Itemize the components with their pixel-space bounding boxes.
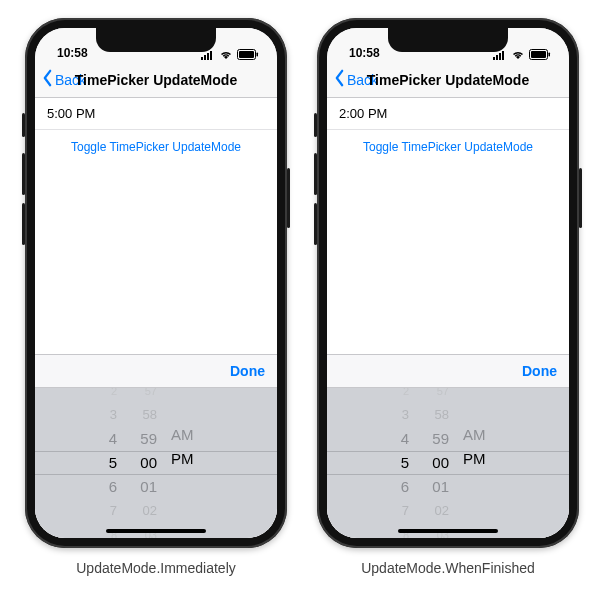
picker-item[interactable]: 3 [381,403,409,427]
svg-rect-0 [201,57,203,60]
svg-rect-6 [257,53,259,57]
svg-rect-9 [499,53,501,60]
picker-item[interactable]: PM [171,447,203,471]
picker-item[interactable]: AM [463,423,495,447]
done-button[interactable]: Done [522,363,557,379]
picker-item[interactable]: 5 [89,451,117,475]
picker-toolbar: Done [327,354,569,388]
picker-item[interactable]: AM [171,423,203,447]
notch [388,28,508,52]
chevron-left-icon [41,69,54,90]
battery-icon [237,49,259,60]
nav-bar: Back TimePicker UpdateMode [35,62,277,98]
picker-item[interactable]: 3 [89,403,117,427]
picker-item[interactable]: 57 [421,388,449,403]
picker-item[interactable] [463,471,495,493]
time-picker-field[interactable]: 2:00 PM [327,98,569,130]
notch [96,28,216,52]
svg-rect-3 [210,51,212,60]
home-indicator[interactable] [398,529,498,533]
svg-rect-10 [502,51,504,60]
picker-item[interactable]: PM [463,447,495,471]
page-title: TimePicker UpdateMode [367,72,529,88]
picker-item[interactable]: 6 [89,475,117,499]
picker-hour-column[interactable]: 2 3 4 5 6 7 8 [89,388,117,538]
picker-item[interactable]: 6 [381,475,409,499]
picker-item[interactable]: 4 [381,427,409,451]
picker-item[interactable]: 2 [381,388,409,403]
caption-left: UpdateMode.Immediately [76,560,236,576]
picker-item[interactable]: 4 [89,427,117,451]
time-picker-wheel[interactable]: 2 3 4 5 6 7 8 57 58 59 00 [327,388,569,538]
time-picker-wheel[interactable]: 2 3 4 5 6 7 8 57 58 59 00 [35,388,277,538]
picker-item[interactable]: 2 [89,388,117,403]
battery-icon [529,49,551,60]
picker-minute-column[interactable]: 57 58 59 00 01 02 03 [421,388,449,538]
nav-bar: Back TimePicker UpdateMode [327,62,569,98]
svg-rect-5 [239,51,254,58]
picker-item[interactable] [463,494,495,516]
picker-item[interactable] [171,516,203,538]
picker-item[interactable]: 01 [129,475,157,499]
time-picker-field[interactable]: 5:00 PM [35,98,277,130]
toggle-updatemode-button[interactable]: Toggle TimePicker UpdateMode [327,130,569,164]
picker-item[interactable] [171,471,203,493]
picker-item[interactable]: 7 [381,499,409,523]
svg-rect-2 [207,53,209,60]
picker-ampm-column[interactable]: AM PM [463,388,495,538]
picker-item[interactable] [463,401,495,423]
chevron-left-icon [333,69,346,90]
status-time: 10:58 [57,46,88,60]
picker-item[interactable] [463,516,495,538]
picker-item[interactable]: 5 [381,451,409,475]
picker-item[interactable]: 58 [421,403,449,427]
svg-rect-7 [493,57,495,60]
picker-item[interactable]: 59 [129,427,157,451]
picker-hour-column[interactable]: 2 3 4 5 6 7 8 [381,388,409,538]
picker-item[interactable]: 00 [421,451,449,475]
picker-toolbar: Done [35,354,277,388]
wifi-icon [219,50,233,60]
phone-frame-right: 10:58 Back TimePicker UpdateMode 2:0 [317,18,579,548]
caption-right: UpdateMode.WhenFinished [361,560,535,576]
picker-item[interactable]: 59 [421,427,449,451]
picker-item[interactable]: 7 [89,499,117,523]
picker-item[interactable]: 02 [129,499,157,523]
picker-item[interactable]: 58 [129,403,157,427]
status-time: 10:58 [349,46,380,60]
svg-rect-13 [549,53,551,57]
picker-item[interactable]: 57 [129,388,157,403]
page-title: TimePicker UpdateMode [75,72,237,88]
picker-item[interactable]: 02 [421,499,449,523]
picker-item[interactable] [171,401,203,423]
svg-rect-8 [496,55,498,60]
home-indicator[interactable] [106,529,206,533]
picker-item[interactable] [171,494,203,516]
picker-minute-column[interactable]: 57 58 59 00 01 02 03 [129,388,157,538]
picker-ampm-column[interactable]: AM PM [171,388,203,538]
svg-rect-1 [204,55,206,60]
wifi-icon [511,50,525,60]
phone-frame-left: 10:58 Back TimePicker UpdateMode 5:0 [25,18,287,548]
svg-rect-12 [531,51,546,58]
picker-item[interactable]: 01 [421,475,449,499]
picker-item[interactable] [463,388,495,401]
toggle-updatemode-button[interactable]: Toggle TimePicker UpdateMode [35,130,277,164]
done-button[interactable]: Done [230,363,265,379]
picker-item[interactable] [171,388,203,401]
picker-item[interactable]: 00 [129,451,157,475]
